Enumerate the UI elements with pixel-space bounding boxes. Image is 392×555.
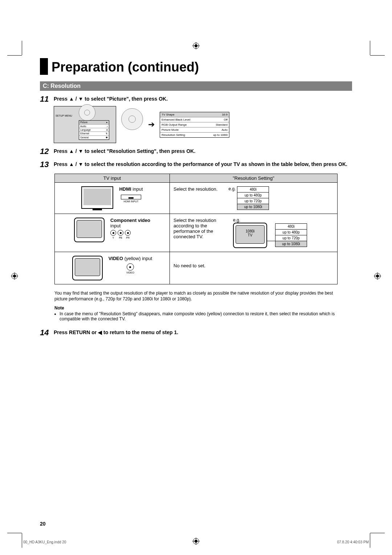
section-header: C: Resolution (40, 81, 352, 91)
remote-dpad-icon (79, 104, 95, 121)
connector-line-icon (267, 241, 275, 241)
resolution-table: TV input "Resolution Setting" HDMI input… (54, 174, 338, 284)
table-header: "Resolution Setting" (170, 174, 338, 183)
menu-item: Audio (80, 125, 86, 127)
rca-jack-icon (110, 230, 116, 236)
footer-left: 00_HD A3KU_Eng.indd 20 (23, 540, 66, 544)
registration-mark-icon (192, 42, 200, 49)
port-label: VIDEO (126, 271, 134, 274)
registration-mark-icon (11, 272, 18, 280)
note-item: In case the menu of "Resolution Setting"… (60, 311, 343, 321)
page-title: Preparation (continued) (52, 60, 199, 75)
note-header: Note (54, 305, 352, 311)
step-text: Press RETURN or ◀ to return to the menu … (54, 328, 178, 337)
tv-capability-label: 1080i TV (246, 229, 254, 237)
flat-tv-icon (81, 186, 113, 209)
step-number: 11 (40, 94, 54, 104)
table-row: HDMI input ▄▄▄ HDMI INPUT Select the res… (55, 183, 338, 214)
footer-right: 07.8.20 4:40:03 PM (337, 540, 369, 544)
step-number: 14 (40, 328, 54, 337)
menu-item: Ethernet (80, 132, 89, 135)
table-row: Component videoinput Y PB PR Select the … (55, 214, 338, 252)
step-text: Press ▲ / ▼ to select "Resolution Settin… (54, 147, 195, 156)
crt-tv-icon (74, 218, 105, 242)
registration-mark-icon (374, 272, 381, 280)
menu-item: General (80, 136, 89, 139)
step-text: Press ▲ / ▼ to select "Picture", then pr… (54, 94, 168, 104)
registration-mark-icon (192, 538, 200, 545)
rca-jack-icon (118, 230, 123, 236)
input-description: VIDEO (yellow) input (109, 256, 152, 261)
rca-jack-icon (127, 263, 134, 271)
menu-item: Language (80, 129, 91, 131)
instruction-text: No need to set. (173, 256, 334, 268)
step-number: 13 (40, 160, 54, 169)
instruction-text: Select the resolution according to the p… (173, 218, 228, 239)
arrow-right-icon: ➔ (148, 120, 155, 129)
input-description: Component videoinput (110, 218, 150, 228)
paragraph: You may find that setting the output res… (54, 290, 345, 302)
instruction-text: Select the resolution. (173, 186, 217, 192)
hdmi-port-icon: ▄▄▄ (121, 195, 141, 199)
port-label: HDMI INPUT (124, 200, 139, 203)
rca-jack-icon (125, 230, 131, 236)
setup-menu-label: SETUP MENU (56, 114, 72, 117)
step-number: 12 (40, 147, 54, 156)
picture-menu-illustration: TV Shape16:9 Enhanced Black LevelOff RGB… (160, 112, 229, 138)
example-label: e.g. (233, 218, 307, 223)
table-row: VIDEO (yellow) input VIDEO No need to se… (55, 252, 338, 284)
table-header: TV input (55, 174, 170, 183)
setup-menu-illustration: SETUP MENU Picture▸ Audio♪ LanguageA Eth… (54, 106, 116, 143)
menu-item: Picture (80, 121, 87, 124)
step-text: Press ▲ / ▼ to select the resolution acc… (54, 160, 347, 169)
input-description: HDMI input (119, 186, 143, 192)
resolution-options: 480i up to 480p up to 720p up to 1080i (237, 186, 269, 210)
page-number: 20 (40, 521, 46, 527)
resolution-options: 480i up to 480p up to 720p up to 1080i (275, 223, 307, 247)
example-label: e.g. (228, 186, 236, 191)
crt-tv-icon (72, 256, 103, 280)
remote-ok-icon (121, 108, 143, 130)
title-bar (40, 58, 48, 75)
